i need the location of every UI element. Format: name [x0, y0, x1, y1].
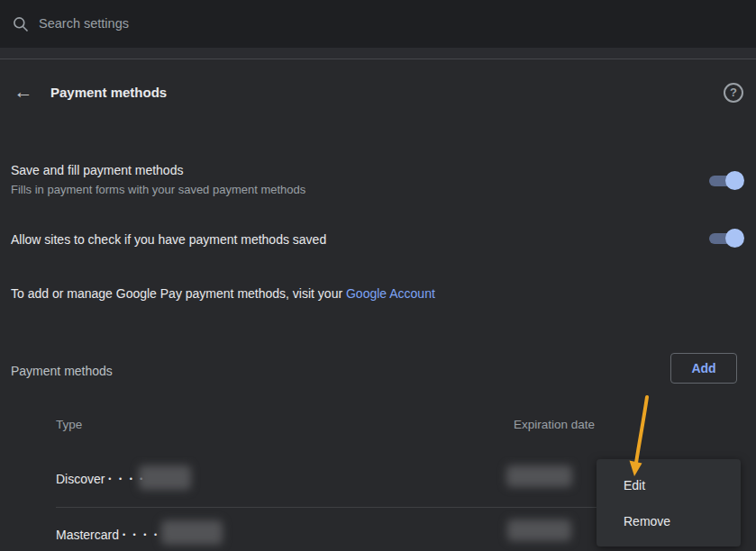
add-payment-method-button[interactable]: Add	[670, 353, 737, 384]
redacted-card-number	[161, 520, 223, 545]
redacted-expiration-date	[506, 465, 572, 487]
row-divider	[56, 507, 597, 508]
menu-item-edit[interactable]: Edit	[597, 467, 741, 503]
search-icon	[12, 15, 30, 33]
toolbar-divider-band	[0, 48, 756, 59]
settings-search-bar[interactable]: Search settings	[0, 0, 756, 48]
table-row-mastercard-type: Mastercard • • • •	[56, 528, 159, 542]
search-input[interactable]: Search settings	[39, 0, 129, 48]
redacted-expiration-date	[507, 519, 571, 541]
save-fill-sublabel: Fills in payment forms with your saved p…	[11, 183, 305, 196]
card-name: Discover	[56, 472, 105, 486]
column-header-type: Type	[56, 418, 82, 431]
payment-methods-section-label: Payment methods	[11, 364, 113, 378]
toggle-knob	[725, 229, 744, 248]
column-header-expiration: Expiration date	[514, 418, 595, 431]
annotation-arrow-shaft	[636, 397, 647, 463]
page-title: Payment methods	[50, 85, 167, 100]
card-actions-context-menu: Edit Remove	[597, 459, 741, 546]
question-mark-circle-icon[interactable]: ?	[724, 83, 743, 103]
google-pay-note-text: To add or manage Google Pay payment meth…	[11, 286, 346, 301]
menu-item-remove[interactable]: Remove	[597, 503, 741, 539]
google-account-link[interactable]: Google Account	[346, 286, 435, 301]
back-arrow-icon[interactable]: ←	[12, 80, 35, 104]
masked-digits-dots: • • • •	[123, 530, 159, 539]
payment-methods-settings-page: Search settings ← Payment methods ? Save…	[0, 0, 756, 551]
redacted-card-number	[139, 465, 191, 490]
table-row-discover-type: Discover • • • •	[56, 472, 145, 486]
allow-sites-toggle[interactable]	[709, 232, 742, 245]
save-fill-toggle[interactable]	[709, 175, 742, 187]
allow-sites-label: Allow sites to check if you have payment…	[11, 232, 326, 247]
toggle-knob	[725, 171, 744, 190]
google-pay-note: To add or manage Google Pay payment meth…	[11, 286, 435, 301]
save-fill-label: Save and fill payment methods	[11, 163, 183, 177]
card-name: Mastercard	[56, 528, 119, 542]
